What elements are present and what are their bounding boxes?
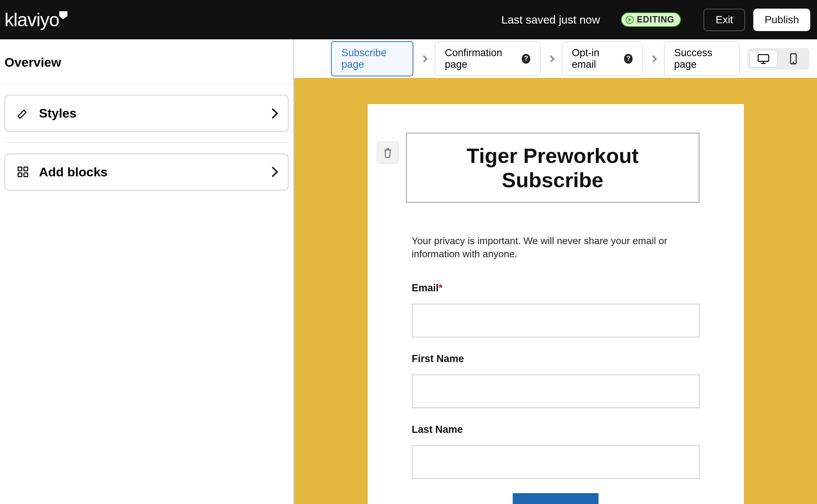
sidebar-title: Overview: [0, 39, 293, 84]
sidebar-item-label: Styles: [39, 106, 259, 121]
logo: klaviyo: [4, 9, 67, 31]
svg-rect-3: [24, 173, 28, 177]
step-label: Subscribe page: [341, 47, 403, 70]
svg-rect-4: [758, 54, 769, 61]
logo-text: klaviyo: [4, 9, 59, 31]
chevron-right-icon: [650, 55, 657, 62]
help-icon[interactable]: ?: [624, 54, 632, 64]
svg-rect-1: [24, 167, 28, 171]
required-star-icon: *: [439, 282, 443, 294]
sidebar: Overview Styles: [0, 39, 294, 504]
grid-icon: [16, 166, 29, 178]
form-field-email: Email*: [412, 282, 700, 337]
editing-badge: EDITING: [621, 12, 681, 27]
first-name-input[interactable]: [412, 374, 700, 408]
chevron-right-icon: [268, 108, 278, 118]
step-label: Confirmation page: [445, 47, 516, 70]
last-saved-text: Last saved just now: [501, 13, 600, 26]
pencil-icon: [16, 107, 29, 120]
privacy-text: Your privacy is important. We will never…: [412, 234, 700, 261]
canvas-background: Tiger Preworkout Subscribe Your privacy …: [294, 78, 817, 504]
subscribe-button[interactable]: Subscribe: [513, 493, 599, 504]
field-label: Last Name: [412, 424, 700, 435]
mobile-view-button[interactable]: [780, 50, 807, 67]
form-field-first-name: First Name: [412, 353, 700, 408]
editing-badge-text: EDITING: [637, 15, 674, 25]
step-subscribe-page[interactable]: Subscribe page: [331, 41, 413, 76]
svg-rect-2: [18, 173, 22, 177]
sidebar-item-styles[interactable]: Styles: [4, 95, 289, 132]
email-input[interactable]: [412, 304, 700, 337]
exit-button[interactable]: Exit: [703, 9, 745, 31]
field-label: First Name: [412, 353, 700, 365]
trash-icon: [383, 147, 393, 158]
page-title: Tiger Preworkout Subscribe: [414, 143, 691, 192]
chevron-right-icon: [268, 167, 278, 177]
form-field-last-name: Last Name: [412, 424, 700, 479]
svg-rect-0: [18, 167, 22, 171]
step-opt-in-email[interactable]: Opt-in email ?: [562, 42, 643, 76]
last-name-input[interactable]: [412, 445, 700, 479]
page-card: Tiger Preworkout Subscribe Your privacy …: [368, 104, 744, 504]
step-success-page[interactable]: Success page: [664, 42, 740, 76]
publish-button[interactable]: Publish: [753, 9, 810, 31]
help-icon[interactable]: ?: [522, 54, 530, 64]
device-toggle: [747, 48, 810, 70]
sidebar-item-label: Add blocks: [39, 165, 259, 179]
desktop-icon: [757, 54, 770, 64]
chevron-right-icon: [420, 55, 428, 62]
step-label: Success page: [674, 47, 730, 70]
top-bar: klaviyo Last saved just now EDITING Exit…: [0, 0, 817, 39]
step-label: Opt-in email: [572, 47, 619, 70]
logo-flag-icon: [59, 11, 67, 19]
field-label: Email*: [412, 282, 700, 294]
sidebar-item-add-blocks[interactable]: Add blocks: [4, 154, 289, 191]
step-confirmation-page[interactable]: Confirmation page ?: [435, 42, 540, 76]
stepper: Subscribe page Confirmation page ? Opt-i…: [294, 39, 817, 78]
svg-point-6: [793, 62, 794, 63]
title-block-selected[interactable]: Tiger Preworkout Subscribe: [406, 133, 700, 203]
mobile-icon: [790, 53, 797, 65]
delete-block-button[interactable]: [377, 142, 399, 164]
play-circle-icon: [625, 16, 634, 24]
chevron-right-icon: [548, 55, 555, 62]
desktop-view-button[interactable]: [750, 50, 777, 67]
